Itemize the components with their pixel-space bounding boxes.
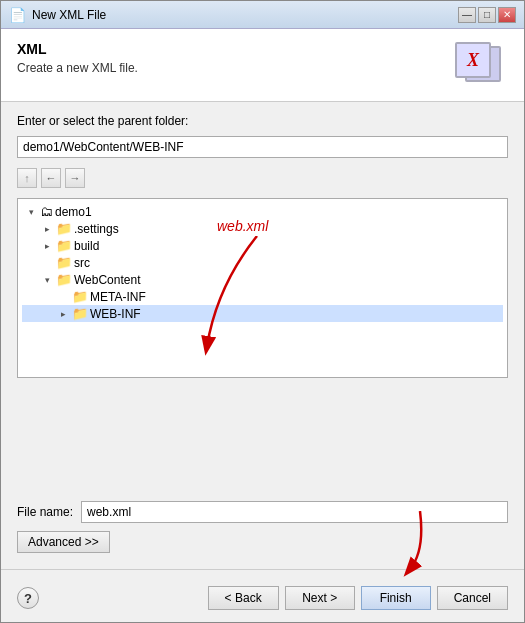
- help-button[interactable]: ?: [17, 587, 39, 609]
- footer: ? < Back Next > Finish: [1, 578, 524, 622]
- titlebar: 📄 New XML File — □ ✕: [1, 1, 524, 29]
- folder-icon-settings: 📁: [56, 221, 72, 236]
- tree-item-src[interactable]: 📁 src: [22, 254, 503, 271]
- folder-icon-build: 📁: [56, 238, 72, 253]
- tree-up-button[interactable]: ↑: [17, 168, 37, 188]
- tree-item-build[interactable]: ▸ 📁 build: [22, 237, 503, 254]
- file-name-input[interactable]: [81, 501, 508, 523]
- toggle-build[interactable]: ▸: [40, 239, 54, 253]
- next-button[interactable]: Next >: [285, 586, 355, 610]
- minimize-button[interactable]: —: [458, 7, 476, 23]
- close-button[interactable]: ✕: [498, 7, 516, 23]
- tree-label-web-inf: WEB-INF: [90, 307, 141, 321]
- body-section: Enter or select the parent folder: ↑ ← →…: [1, 102, 524, 493]
- folder-input[interactable]: [17, 136, 508, 158]
- tree-label-src: src: [74, 256, 90, 270]
- folder-icon-web-inf: 📁: [72, 306, 88, 321]
- tree-item-webcontent[interactable]: ▾ 📁 WebContent: [22, 271, 503, 288]
- tree-label-meta-inf: META-INF: [90, 290, 146, 304]
- cancel-label: Cancel: [454, 591, 491, 605]
- floppy-front: X: [455, 42, 491, 78]
- tree-forward-button[interactable]: →: [65, 168, 85, 188]
- tree-label-demo1: demo1: [55, 205, 92, 219]
- folder-icon-webcontent: 📁: [56, 272, 72, 287]
- tree-item-demo1[interactable]: ▾ 🗂 demo1: [22, 203, 503, 220]
- tree-toolbar: ↑ ← →: [17, 166, 508, 190]
- toggle-webcontent[interactable]: ▾: [40, 273, 54, 287]
- file-tree[interactable]: ▾ 🗂 demo1 ▸ 📁 .settings ▸ 📁 build: [17, 198, 508, 378]
- back-label: < Back: [225, 591, 262, 605]
- bottom-section: File name: Advanced >>: [1, 493, 524, 561]
- header-title: XML: [17, 41, 138, 57]
- tree-item-meta-inf[interactable]: 📁 META-INF: [22, 288, 503, 305]
- finish-button[interactable]: Finish: [361, 586, 431, 610]
- header-section: XML Create a new XML file. X: [1, 29, 524, 102]
- titlebar-buttons: — □ ✕: [458, 7, 516, 23]
- tree-label-build: build: [74, 239, 99, 253]
- folder-icon-src: 📁: [56, 255, 72, 270]
- tree-label-webcontent: WebContent: [74, 273, 141, 287]
- tree-area: ▾ 🗂 demo1 ▸ 📁 .settings ▸ 📁 build: [17, 198, 508, 481]
- back-button[interactable]: < Back: [208, 586, 279, 610]
- footer-left: ?: [17, 587, 39, 609]
- header-subtitle: Create a new XML file.: [17, 61, 138, 75]
- maximize-button[interactable]: □: [478, 7, 496, 23]
- titlebar-left: 📄 New XML File: [9, 7, 106, 23]
- tree-back-button[interactable]: ←: [41, 168, 61, 188]
- floppy-disk-icon: X: [455, 42, 501, 88]
- toggle-demo1[interactable]: ▾: [24, 205, 38, 219]
- cancel-button[interactable]: Cancel: [437, 586, 508, 610]
- tree-item-settings[interactable]: ▸ 📁 .settings: [22, 220, 503, 237]
- folder-icon-meta-inf: 📁: [72, 289, 88, 304]
- file-name-row: File name:: [17, 501, 508, 523]
- tree-label-settings: .settings: [74, 222, 119, 236]
- header-text: XML Create a new XML file.: [17, 41, 138, 75]
- project-icon: 🗂: [40, 204, 53, 219]
- finish-label: Finish: [380, 591, 412, 605]
- toggle-src[interactable]: [40, 256, 54, 270]
- header-icon: X: [448, 41, 508, 89]
- file-name-label: File name:: [17, 505, 73, 519]
- window-icon: 📄: [9, 7, 26, 23]
- xml-x-label: X: [467, 50, 479, 71]
- next-label: Next >: [302, 591, 337, 605]
- tree-item-web-inf[interactable]: ▸ 📁 WEB-INF: [22, 305, 503, 322]
- toggle-settings[interactable]: ▸: [40, 222, 54, 236]
- dialog-window: 📄 New XML File — □ ✕ XML Create a new XM…: [0, 0, 525, 623]
- toggle-web-inf[interactable]: ▸: [56, 307, 70, 321]
- folder-label: Enter or select the parent folder:: [17, 114, 508, 128]
- toggle-meta-inf[interactable]: [56, 290, 70, 304]
- advanced-button[interactable]: Advanced >>: [17, 531, 110, 553]
- footer-buttons: < Back Next > Finish Cancel: [208, 586, 508, 610]
- window-title: New XML File: [32, 8, 106, 22]
